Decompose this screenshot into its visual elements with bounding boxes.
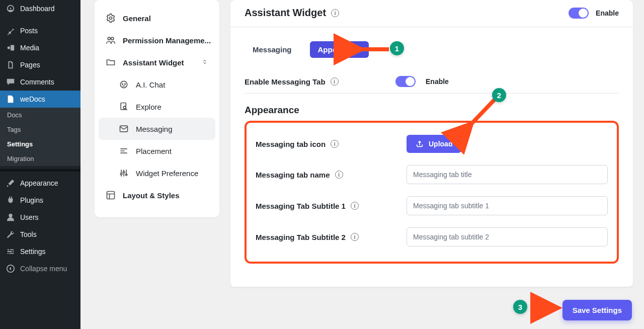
sidebar-item-pages[interactable]: Pages — [0, 56, 80, 73]
appearance-highlight-box: Messaging tab icon i Upload Messaging ta… — [245, 121, 619, 264]
svg-point-7 — [122, 84, 123, 85]
label: Layout & Styles — [123, 191, 180, 200]
settings-item-layout-styles[interactable]: Layout & Styles — [99, 184, 215, 206]
label: Users — [20, 213, 39, 221]
label: Messaging tab icon — [256, 140, 326, 148]
label: Permission Manageme... — [123, 36, 211, 45]
sidebar-item-posts[interactable]: Posts — [0, 22, 80, 39]
info-icon[interactable]: i — [331, 77, 339, 86]
pin-icon — [6, 26, 15, 35]
svg-point-1 — [9, 214, 12, 217]
separator — [0, 169, 80, 172]
settings-item-assistant-widget[interactable]: Assistant Widget — [99, 51, 215, 73]
wedocs-submenu: Docs Tags Settings Migration — [0, 108, 80, 166]
sidebar-item-dashboard[interactable]: Dashboard — [0, 0, 80, 17]
gauge-icon — [6, 4, 15, 13]
sidebar-item-plugins[interactable]: Plugins — [0, 192, 80, 209]
enable-label: Enable — [596, 9, 619, 17]
sidebar-item-users[interactable]: Users — [0, 209, 80, 226]
pages-icon — [6, 60, 15, 69]
label: Plugins — [20, 196, 43, 204]
info-icon[interactable]: i — [351, 202, 359, 210]
settings-item-messaging[interactable]: Messaging — [99, 118, 215, 140]
info-icon[interactable]: i — [331, 140, 339, 148]
layout-icon — [106, 190, 116, 200]
label: weDocs — [20, 95, 45, 103]
sidebar-item-tools[interactable]: Tools — [0, 226, 80, 243]
label: General — [123, 14, 151, 23]
media-icon — [6, 43, 15, 52]
svg-point-0 — [8, 46, 10, 49]
label: Posts — [20, 27, 38, 35]
messaging-subtitle-2-input[interactable] — [407, 227, 608, 246]
label: Assistant Widget — [123, 58, 184, 67]
settings-item-widget-preference[interactable]: Widget Preference — [99, 162, 215, 184]
label: Pages — [20, 61, 40, 69]
sidebar-item-appearance[interactable]: Appearance — [0, 175, 80, 192]
upload-button[interactable]: Upload — [407, 135, 461, 153]
svg-point-12 — [120, 173, 122, 175]
submenu-settings[interactable]: Settings — [0, 137, 80, 151]
label: Collapse menu — [20, 265, 67, 273]
settings-item-ai-chat[interactable]: A.I. Chat — [99, 73, 215, 96]
doc-icon — [6, 95, 15, 104]
label: Messaging — [136, 125, 173, 133]
label: Tools — [20, 230, 37, 238]
svg-point-4 — [108, 37, 110, 40]
svg-point-13 — [123, 172, 124, 173]
page-title: Assistant Widget — [245, 7, 326, 19]
row-subtitle-2: Messaging Tab Subtitle 2 i — [256, 221, 608, 253]
messaging-subtitle-1-input[interactable] — [407, 196, 608, 215]
submenu-docs[interactable]: Docs — [0, 108, 80, 122]
card-header: Assistant Widget i Enable — [230, 0, 633, 27]
messaging-enable-toggle[interactable] — [395, 76, 416, 87]
plug-icon — [6, 196, 15, 205]
robot-icon — [119, 79, 129, 90]
sliders-icon — [6, 247, 15, 256]
submenu-migration[interactable]: Migration — [0, 151, 80, 166]
settings-item-placement[interactable]: Placement — [99, 140, 215, 162]
lines-icon — [119, 146, 129, 156]
row-tab-icon: Messaging tab icon i Upload — [256, 129, 608, 159]
brush-icon — [6, 179, 15, 188]
info-icon[interactable]: i — [335, 171, 343, 179]
sidebar-item-settings[interactable]: Settings — [0, 243, 80, 260]
svg-point-6 — [120, 81, 127, 88]
submenu-tags[interactable]: Tags — [0, 122, 80, 137]
folder-icon — [106, 57, 116, 67]
expand-icon — [201, 58, 208, 67]
svg-point-8 — [125, 84, 126, 85]
label: Dashboard — [20, 5, 55, 13]
main-settings-card: Assistant Widget i Enable Messaging Appe… — [230, 0, 633, 287]
settings-item-general[interactable]: General — [99, 7, 215, 29]
sidebar-item-media[interactable]: Media — [0, 39, 80, 56]
sidebar-item-comments[interactable]: Comments — [0, 73, 80, 91]
messaging-tab-name-input[interactable] — [407, 165, 608, 184]
tab-appearance[interactable]: Appearance — [310, 41, 369, 58]
people-icon — [106, 35, 116, 45]
info-icon[interactable]: i — [331, 9, 339, 17]
sidebar-item-collapse[interactable]: Collapse menu — [0, 260, 80, 277]
label: Upload — [429, 140, 452, 148]
tabs: Messaging Appearance — [245, 41, 619, 58]
row-subtitle-1: Messaging Tab Subtitle 1 i — [256, 190, 608, 221]
label: Comments — [20, 78, 54, 86]
label: Explore — [136, 103, 162, 111]
settings-item-explore[interactable]: Explore — [99, 96, 215, 118]
comment-icon — [6, 77, 15, 87]
label: Messaging tab name — [256, 171, 330, 179]
info-icon[interactable]: i — [351, 233, 359, 241]
appearance-heading: Appearance — [245, 105, 619, 116]
user-icon — [6, 213, 15, 222]
label: Messaging Tab Subtitle 2 — [256, 233, 346, 241]
sidebar-item-wedocs[interactable]: weDocs — [0, 91, 80, 108]
wp-admin-sidebar: Dashboard Posts Media Pages Comments weD… — [0, 0, 80, 329]
label: Appearance — [20, 179, 58, 187]
label: Settings — [20, 248, 46, 256]
settings-item-permission[interactable]: Permission Manageme... — [99, 29, 215, 51]
widget-enable-toggle[interactable] — [569, 8, 589, 19]
tab-messaging[interactable]: Messaging — [245, 41, 300, 58]
label: Widget Preference — [136, 169, 198, 178]
save-settings-button[interactable]: Save Settings — [562, 300, 632, 320]
svg-point-5 — [111, 37, 114, 40]
